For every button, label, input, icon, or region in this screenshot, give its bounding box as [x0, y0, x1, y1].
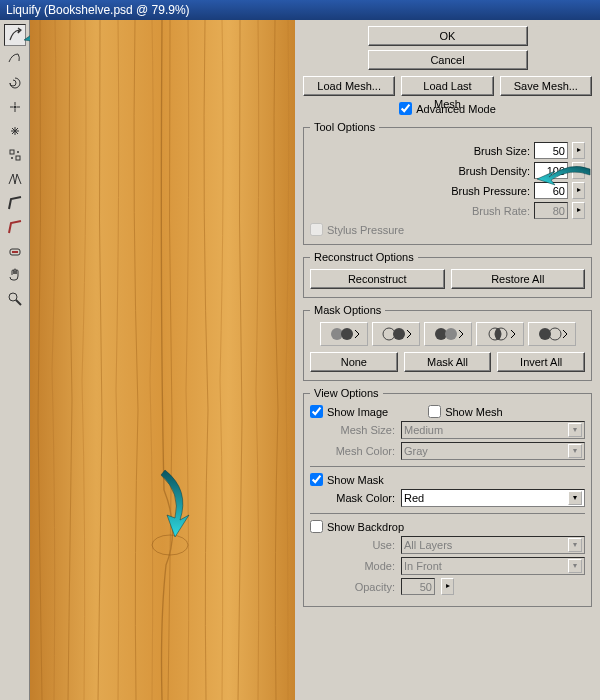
show-mesh-label: Show Mesh	[445, 406, 502, 418]
brush-density-input[interactable]	[534, 162, 568, 179]
view-options-legend: View Options	[310, 387, 383, 399]
show-image-label: Show Image	[327, 406, 388, 418]
view-options-group: View Options Show Image Show Mesh Mesh S…	[303, 387, 592, 607]
mask-color-label: Mask Color:	[310, 492, 395, 504]
svg-point-7	[9, 293, 17, 301]
svg-point-14	[393, 328, 405, 340]
opacity-spinner: ▸	[441, 578, 454, 595]
cancel-button[interactable]: Cancel	[368, 50, 528, 70]
brush-rate-input	[534, 202, 568, 219]
mirror-tool[interactable]	[4, 168, 26, 190]
brush-density-label: Brush Density:	[458, 165, 530, 177]
twirl-tool[interactable]	[4, 72, 26, 94]
mask-none-button[interactable]: None	[310, 352, 398, 372]
mask-add-button[interactable]	[372, 322, 420, 346]
brush-size-input[interactable]	[534, 142, 568, 159]
mask-all-button[interactable]: Mask All	[404, 352, 492, 372]
freeze-mask-tool[interactable]	[4, 216, 26, 238]
use-label: Use:	[310, 539, 395, 551]
mask-options-group: Mask Options None Mask All Invert All	[303, 304, 592, 381]
show-backdrop-checkbox[interactable]: Show Backdrop	[310, 520, 585, 533]
mask-invert-button[interactable]	[528, 322, 576, 346]
show-mask-label: Show Mask	[327, 474, 384, 486]
mask-replace-button[interactable]	[320, 322, 368, 346]
brush-rate-spinner: ▸	[572, 202, 585, 219]
push-left-tool[interactable]	[4, 144, 26, 166]
reconstruct-button[interactable]: Reconstruct	[310, 269, 445, 289]
load-last-mesh-button[interactable]: Load Last Mesh	[401, 76, 493, 96]
svg-rect-6	[12, 251, 18, 253]
turbulence-tool[interactable]	[4, 192, 26, 214]
wood-texture	[30, 20, 295, 700]
mask-intersect-button[interactable]	[476, 322, 524, 346]
show-image-checkbox[interactable]: Show Image	[310, 405, 388, 418]
options-panel: OK Cancel Load Mesh... Load Last Mesh Sa…	[295, 20, 600, 700]
brush-size-spinner[interactable]: ▸	[572, 142, 585, 159]
brush-density-spinner[interactable]: ▸	[572, 162, 585, 179]
svg-rect-1	[10, 150, 14, 154]
thaw-mask-tool[interactable]	[4, 240, 26, 262]
stylus-pressure-label: Stylus Pressure	[327, 224, 404, 236]
brush-pressure-spinner[interactable]: ▸	[572, 182, 585, 199]
ok-button[interactable]: OK	[368, 26, 528, 46]
reconstruct-tool[interactable]	[4, 48, 26, 70]
svg-point-3	[11, 157, 13, 159]
forward-warp-tool[interactable]	[4, 24, 26, 46]
load-mesh-button[interactable]: Load Mesh...	[303, 76, 395, 96]
svg-point-12	[341, 328, 353, 340]
stylus-pressure-checkbox: Stylus Pressure	[310, 223, 585, 236]
title-bar: Liquify (Bookshelve.psd @ 79.9%)	[0, 0, 600, 20]
hand-tool[interactable]	[4, 264, 26, 286]
mesh-color-label: Mesh Color:	[310, 445, 395, 457]
tool-options-group: Tool Options Brush Size:▸ Brush Density:…	[303, 121, 592, 245]
svg-line-8	[16, 300, 21, 305]
svg-point-4	[17, 151, 19, 153]
brush-rate-label: Brush Rate:	[472, 205, 530, 217]
advanced-mode-label: Advanced Mode	[416, 103, 496, 115]
brush-size-label: Brush Size:	[474, 145, 530, 157]
svg-point-16	[445, 328, 457, 340]
mesh-color-select: Gray▾	[401, 442, 585, 460]
brush-pressure-input[interactable]	[534, 182, 568, 199]
show-backdrop-label: Show Backdrop	[327, 521, 404, 533]
pucker-tool[interactable]	[4, 96, 26, 118]
zoom-tool[interactable]	[4, 288, 26, 310]
save-mesh-button[interactable]: Save Mesh...	[500, 76, 592, 96]
tools-toolbar	[0, 20, 30, 700]
opacity-label: Opacity:	[310, 581, 395, 593]
mask-options-legend: Mask Options	[310, 304, 385, 316]
mode-label: Mode:	[310, 560, 395, 572]
svg-point-19	[495, 328, 501, 340]
mask-subtract-button[interactable]	[424, 322, 472, 346]
svg-rect-2	[16, 156, 20, 160]
preview-canvas[interactable]	[30, 20, 295, 700]
restore-all-button[interactable]: Restore All	[451, 269, 586, 289]
brush-pressure-label: Brush Pressure:	[451, 185, 530, 197]
show-mesh-checkbox[interactable]: Show Mesh	[428, 405, 502, 418]
bloat-tool[interactable]	[4, 120, 26, 142]
mode-select: In Front▾	[401, 557, 585, 575]
reconstruct-options-group: Reconstruct Options Reconstruct Restore …	[303, 251, 592, 298]
tool-options-legend: Tool Options	[310, 121, 379, 133]
reconstruct-options-legend: Reconstruct Options	[310, 251, 418, 263]
svg-point-0	[13, 106, 16, 109]
mask-color-select[interactable]: Red▾	[401, 489, 585, 507]
use-select: All Layers▾	[401, 536, 585, 554]
show-mask-checkbox[interactable]: Show Mask	[310, 473, 585, 486]
mask-invert-all-button[interactable]: Invert All	[497, 352, 585, 372]
advanced-mode-checkbox[interactable]: Advanced Mode	[303, 102, 592, 115]
mesh-size-select: Medium▾	[401, 421, 585, 439]
mesh-size-label: Mesh Size:	[310, 424, 395, 436]
opacity-input	[401, 578, 435, 595]
